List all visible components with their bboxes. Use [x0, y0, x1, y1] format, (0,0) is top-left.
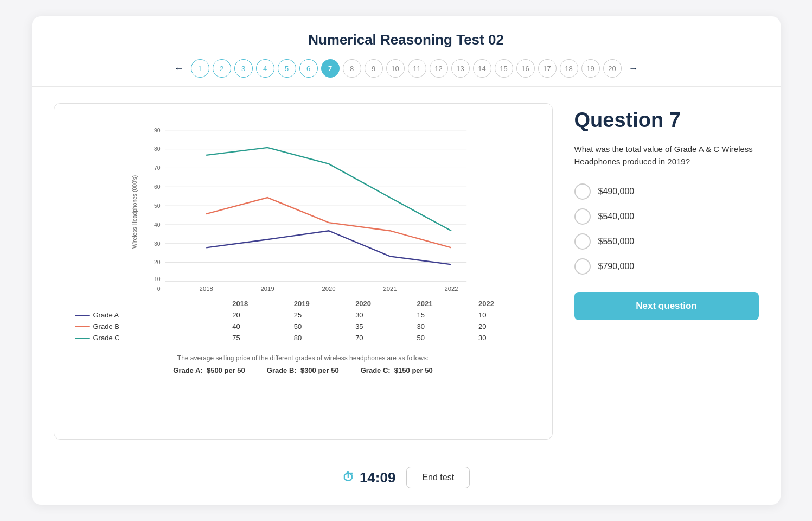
grade-b-line [206, 198, 451, 247]
page-wrapper: Numerical Reasoning Test 02 ← 1234567891… [32, 16, 781, 505]
answer-option-d[interactable]: $790,000 [574, 258, 759, 275]
option-text-c: $550,000 [598, 237, 635, 246]
next-question-button[interactable]: Next question [574, 292, 759, 320]
option-text-b: $540,000 [598, 212, 635, 221]
svg-text:70: 70 [154, 165, 160, 171]
chart-panel: 90 80 70 60 50 40 30 20 10 0 Wireless He… [54, 103, 553, 440]
nav-circle-20[interactable]: 20 [603, 59, 622, 78]
radio-b [574, 208, 591, 225]
nav-circle-5[interactable]: 5 [278, 59, 296, 78]
svg-text:2018: 2018 [199, 285, 213, 292]
radio-d [574, 258, 591, 275]
svg-text:10: 10 [154, 276, 160, 282]
svg-text:50: 50 [154, 203, 160, 209]
svg-text:90: 90 [154, 128, 160, 134]
nav-prev-arrow[interactable]: ← [170, 60, 188, 77]
svg-text:2020: 2020 [322, 285, 335, 292]
svg-text:2019: 2019 [260, 285, 274, 292]
svg-text:60: 60 [154, 184, 160, 190]
nav-circle-2[interactable]: 2 [213, 59, 231, 78]
timer-value: 14:09 [360, 469, 396, 486]
svg-text:Wireless Headphones (000's): Wireless Headphones (000's) [132, 175, 138, 249]
option-text-a: $490,000 [598, 187, 635, 196]
question-text: What was the total value of Grade A & C … [574, 143, 759, 168]
radio-a [574, 183, 591, 200]
svg-text:40: 40 [154, 222, 160, 228]
svg-text:30: 30 [154, 241, 160, 247]
question-panel: Question 7 What was the total value of G… [574, 103, 759, 440]
nav-circle-10[interactable]: 10 [386, 59, 405, 78]
answer-options: $490,000 $540,000 $550,000 $790,000 [574, 183, 759, 275]
chart-container: 90 80 70 60 50 40 30 20 10 0 Wireless He… [71, 120, 536, 294]
svg-text:0: 0 [157, 286, 160, 292]
grade-c-line [206, 148, 451, 231]
nav-next-arrow[interactable]: → [625, 60, 642, 77]
grade-a-price: Grade A: $500 per 50 [173, 366, 245, 374]
chart-note: The average selling price of the differe… [71, 354, 536, 362]
nav-circle-18[interactable]: 18 [560, 59, 578, 78]
timer-icon: ⏱ [342, 471, 354, 485]
grade-prices: Grade A: $500 per 50 Grade B: $300 per 5… [71, 366, 536, 374]
grade-a-line [206, 231, 451, 264]
radio-c [574, 233, 591, 250]
nav-circle-3[interactable]: 3 [234, 59, 253, 78]
nav-circle-4[interactable]: 4 [256, 59, 274, 78]
nav-circle-17[interactable]: 17 [538, 59, 557, 78]
nav-circle-6[interactable]: 6 [299, 59, 318, 78]
svg-text:2021: 2021 [383, 285, 397, 292]
svg-text:80: 80 [154, 146, 160, 152]
answer-option-b[interactable]: $540,000 [574, 208, 759, 225]
line-chart: 90 80 70 60 50 40 30 20 10 0 Wireless He… [71, 120, 536, 294]
nav-circle-16[interactable]: 16 [516, 59, 535, 78]
grade-b-price: Grade B: $300 per 50 [267, 366, 339, 374]
svg-text:20: 20 [154, 259, 160, 265]
content-area: 90 80 70 60 50 40 30 20 10 0 Wireless He… [32, 87, 781, 456]
grade-c-price: Grade C: $150 per 50 [361, 366, 433, 374]
nav-circle-11[interactable]: 11 [408, 59, 426, 78]
nav-circle-9[interactable]: 9 [365, 59, 383, 78]
question-label: Question 7 [574, 109, 759, 132]
nav-circle-8[interactable]: 8 [343, 59, 361, 78]
nav-circle-12[interactable]: 12 [430, 59, 448, 78]
header: Numerical Reasoning Test 02 ← 1234567891… [32, 16, 781, 87]
timer-display: ⏱ 14:09 [342, 469, 396, 486]
answer-option-c[interactable]: $550,000 [574, 233, 759, 250]
nav-circle-1[interactable]: 1 [191, 59, 209, 78]
answer-option-a[interactable]: $490,000 [574, 183, 759, 200]
nav-circle-15[interactable]: 15 [495, 59, 513, 78]
end-test-button[interactable]: End test [406, 467, 470, 488]
page-title: Numerical Reasoning Test 02 [32, 31, 781, 48]
option-text-d: $790,000 [598, 262, 635, 271]
nav-circle-19[interactable]: 19 [581, 59, 600, 78]
svg-text:2022: 2022 [444, 285, 458, 292]
footer: ⏱ 14:09 End test [32, 456, 781, 505]
nav-circle-7[interactable]: 7 [321, 59, 340, 78]
nav-circle-14[interactable]: 14 [473, 59, 491, 78]
question-navigation: ← 1234567891011121314151617181920→ [32, 59, 781, 78]
nav-circle-13[interactable]: 13 [451, 59, 470, 78]
chart-legend: 2018 2019 2020 2021 2022 Grade A 2025301… [71, 298, 536, 344]
